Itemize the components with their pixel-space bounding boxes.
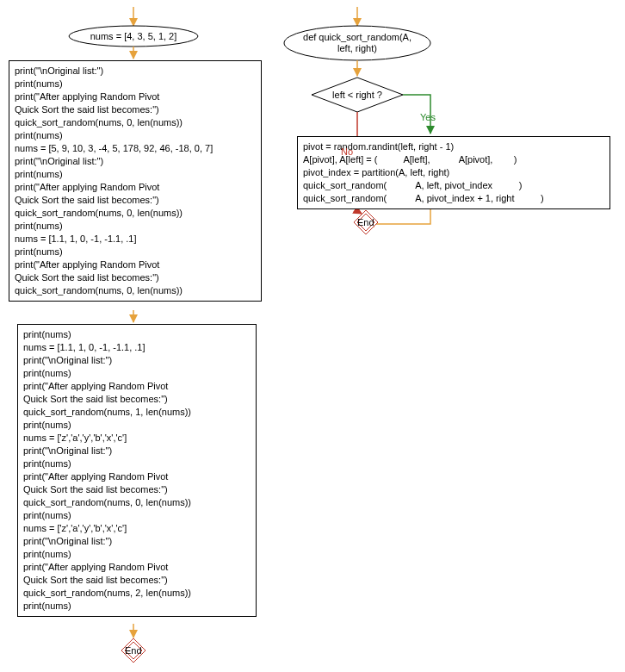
edge-label-no: No	[341, 146, 353, 157]
end-node-right: End	[357, 217, 374, 227]
decision-node: left < right ?	[325, 90, 389, 101]
edge-label-yes: Yes	[420, 112, 436, 122]
start-node: nums = [4, 3, 5, 1, 2]	[82, 31, 185, 42]
func-def-node: def quick_sort_random(A, left, right)	[297, 32, 418, 54]
process-block-1: print("\nOriginal list:") print(nums) pr…	[9, 60, 262, 302]
end-node-left: End	[125, 645, 142, 656]
process-block-2: print(nums) nums = [1.1, 1, 0, -1, -1.1,…	[17, 324, 257, 617]
